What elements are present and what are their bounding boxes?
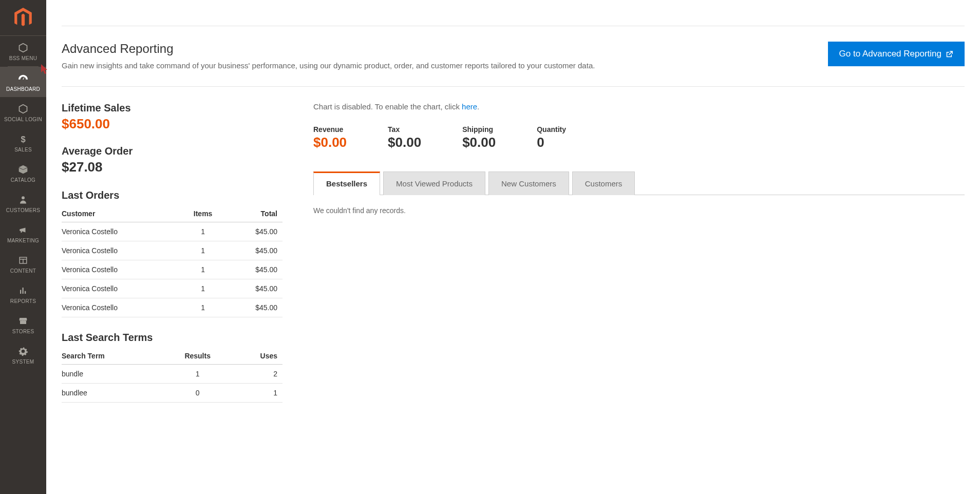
- tab-content-empty: We couldn't find any records.: [313, 195, 965, 226]
- lifetime-sales-value: $650.00: [62, 116, 282, 132]
- enable-chart-link[interactable]: here: [462, 102, 477, 111]
- sidebar-item-label: DASHBOARD: [6, 86, 40, 92]
- cell-term: bundle: [62, 364, 166, 383]
- cell-uses: 2: [234, 364, 283, 383]
- tab-customers[interactable]: Customers: [572, 172, 635, 195]
- metric-revenue: Revenue $0.00: [313, 125, 347, 150]
- average-order-title: Average Order: [62, 145, 282, 157]
- dashboard-left-column: Lifetime Sales $650.00 Average Order $27…: [62, 102, 282, 403]
- external-link-icon: [946, 50, 953, 58]
- bars-icon: [17, 285, 29, 296]
- average-order-value: $27.08: [62, 159, 282, 175]
- advanced-reporting-section: Advanced Reporting Gain new insights and…: [62, 26, 965, 87]
- sidebar-item-label: CUSTOMERS: [6, 207, 40, 213]
- cell-total: $45.00: [229, 298, 282, 317]
- dashboard-icon: [17, 73, 29, 84]
- cell-total: $45.00: [229, 260, 282, 279]
- col-items: Items: [182, 205, 229, 222]
- tab-new-customers[interactable]: New Customers: [488, 172, 569, 195]
- svg-text:$: $: [21, 135, 25, 144]
- layout-icon: [17, 255, 29, 266]
- cell-customer: Veronica Costello: [62, 222, 182, 241]
- table-row[interactable]: bundlee01: [62, 383, 282, 402]
- tabs: BestsellersMost Viewed ProductsNew Custo…: [313, 171, 965, 195]
- advanced-reporting-desc: Gain new insights and take command of yo…: [62, 60, 813, 72]
- table-row[interactable]: Veronica Costello1$45.00: [62, 222, 282, 241]
- cell-total: $45.00: [229, 222, 282, 241]
- lifetime-sales-title: Lifetime Sales: [62, 102, 282, 114]
- col-uses: Uses: [234, 348, 283, 365]
- box-icon: [17, 164, 29, 175]
- sidebar-item-reports[interactable]: REPORTS: [0, 279, 46, 309]
- sidebar-item-customers[interactable]: CUSTOMERS: [0, 188, 46, 218]
- cell-total: $45.00: [229, 241, 282, 260]
- cell-items: 1: [182, 222, 229, 241]
- sidebar-item-label: SOCIAL LOGIN: [4, 117, 42, 122]
- table-row[interactable]: Veronica Costello1$45.00: [62, 260, 282, 279]
- sidebar-item-stores[interactable]: STORES: [0, 309, 46, 339]
- dollar-icon: $: [17, 134, 29, 145]
- cell-customer: Veronica Costello: [62, 241, 182, 260]
- go-to-advanced-reporting-button[interactable]: Go to Advanced Reporting: [828, 42, 965, 66]
- svg-point-1: [22, 196, 25, 199]
- col-term: Search Term: [62, 348, 166, 365]
- cell-customer: Veronica Costello: [62, 298, 182, 317]
- sidebar-item-label: STORES: [12, 329, 34, 334]
- gear-icon: [17, 346, 29, 357]
- cell-items: 1: [182, 241, 229, 260]
- cell-items: 1: [182, 279, 229, 298]
- sidebar-item-label: CATALOG: [11, 177, 35, 183]
- advanced-reporting-title: Advanced Reporting: [62, 42, 813, 56]
- megaphone-icon: [17, 224, 29, 236]
- magento-logo-icon: [14, 8, 32, 28]
- last-orders-table: Customer Items Total Veronica Costello1$…: [62, 205, 282, 317]
- hexagon-icon: [17, 42, 29, 53]
- storefront-icon: [17, 315, 29, 327]
- col-results: Results: [166, 348, 234, 365]
- metrics-row: Revenue $0.00 Tax $0.00 Shipping $0.00 Q…: [313, 125, 965, 150]
- sidebar-item-marketing[interactable]: MARKETING: [0, 218, 46, 249]
- person-icon: [17, 194, 29, 205]
- table-row[interactable]: Veronica Costello1$45.00: [62, 241, 282, 260]
- hexagon-icon: [17, 103, 29, 115]
- metric-shipping: Shipping $0.00: [462, 125, 496, 150]
- cell-customer: Veronica Costello: [62, 279, 182, 298]
- cell-total: $45.00: [229, 279, 282, 298]
- sidebar-item-system[interactable]: SYSTEM: [0, 339, 46, 370]
- sidebar-item-label: SALES: [14, 147, 32, 153]
- chart-disabled-note: Chart is disabled. To enable the chart, …: [313, 102, 965, 111]
- dashboard-right-column: Chart is disabled. To enable the chart, …: [313, 102, 965, 403]
- sidebar-item-sales[interactable]: $SALES: [0, 127, 46, 158]
- cell-items: 1: [182, 260, 229, 279]
- sidebar-item-content[interactable]: CONTENT: [0, 249, 46, 279]
- table-row[interactable]: Veronica Costello1$45.00: [62, 298, 282, 317]
- sidebar-item-label: CONTENT: [10, 268, 36, 274]
- main-content: Advanced Reporting Gain new insights and…: [46, 0, 980, 494]
- cell-items: 1: [182, 298, 229, 317]
- cell-customer: Veronica Costello: [62, 260, 182, 279]
- cell-results: 0: [166, 383, 234, 402]
- sidebar-item-bss-menu[interactable]: BSS MENU: [0, 36, 46, 66]
- sidebar-item-label: BSS MENU: [9, 55, 37, 61]
- metric-quantity: Quantity 0: [537, 125, 566, 150]
- cell-uses: 1: [234, 383, 283, 402]
- sidebar-item-label: REPORTS: [10, 298, 36, 304]
- last-orders-title: Last Orders: [62, 189, 282, 201]
- col-customer: Customer: [62, 205, 182, 222]
- cell-term: bundlee: [62, 383, 166, 402]
- last-search-terms-title: Last Search Terms: [62, 332, 282, 344]
- sidebar-item-label: SYSTEM: [12, 359, 34, 365]
- tab-most-viewed-products[interactable]: Most Viewed Products: [383, 172, 485, 195]
- table-row[interactable]: bundle12: [62, 364, 282, 383]
- last-search-terms-table: Search Term Results Uses bundle12bundlee…: [62, 348, 282, 403]
- metric-tax: Tax $0.00: [388, 125, 421, 150]
- magento-logo[interactable]: [0, 0, 46, 36]
- sidebar: BSS MENUDASHBOARDSOCIAL LOGIN$SALESCATAL…: [0, 0, 46, 494]
- table-row[interactable]: Veronica Costello1$45.00: [62, 279, 282, 298]
- sidebar-item-dashboard[interactable]: DASHBOARD: [0, 67, 46, 97]
- col-total: Total: [229, 205, 282, 222]
- sidebar-item-label: MARKETING: [7, 238, 39, 243]
- sidebar-item-catalog[interactable]: CATALOG: [0, 158, 46, 188]
- tab-bestsellers[interactable]: Bestsellers: [313, 172, 380, 195]
- sidebar-item-social-login[interactable]: SOCIAL LOGIN: [0, 97, 46, 127]
